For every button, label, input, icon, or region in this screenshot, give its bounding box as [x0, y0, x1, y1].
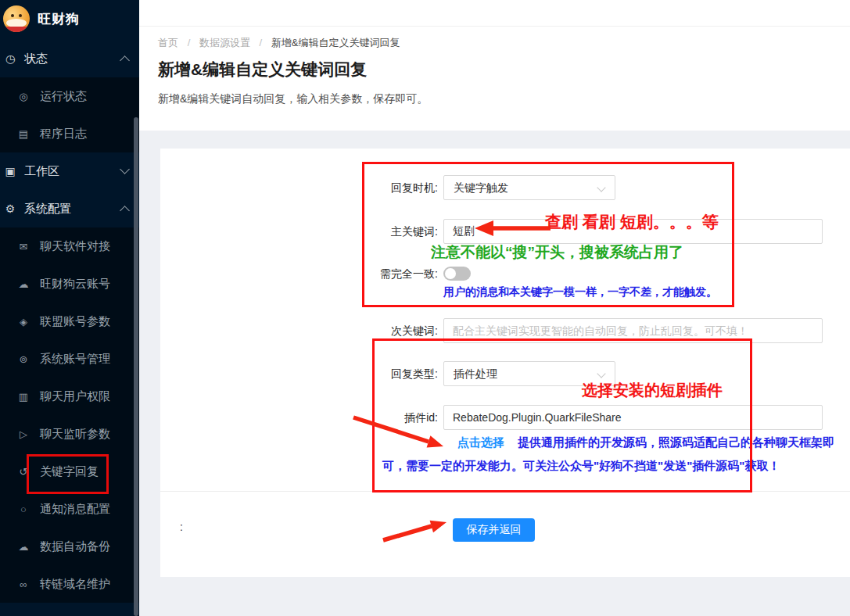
submenu-system-config: ✉ 聊天软件对接 ☁ 旺财狗云账号 ◈ 联盟账号参数 ⊚ 系统账号管理 ▥ 聊天… — [0, 227, 139, 603]
red-arrow-to-select-link-icon — [351, 415, 447, 451]
sidebar-item-notification-config[interactable]: ○ 通知消息配置 — [0, 490, 139, 528]
chevron-up-icon — [120, 56, 130, 66]
sidebar-item-chat-software-integration[interactable]: ✉ 聊天软件对接 — [0, 227, 139, 265]
app-logo: 旺财狗 — [0, 0, 139, 38]
sidebar-item-chat-listening-params[interactable]: ▷ 聊天监听参数 — [0, 415, 139, 453]
sidebar-item-label: 程序日志 — [40, 127, 87, 141]
cloud-download-icon: ☁ — [16, 278, 30, 290]
sidebar-item-data-auto-backup[interactable]: ☁ 数据自动备份 — [0, 528, 139, 565]
sidebar-item-status[interactable]: ◷ 状态 — [0, 40, 139, 77]
sidebar-item-label: 聊天监听参数 — [40, 427, 110, 442]
sidebar-item-label: 聊天用户权限 — [40, 389, 110, 404]
sidebar: 旺财狗 ◷ 状态 ◎ 运行状态 ▤ 程序日志 ▣ 工作区 ⚙ 系统配置 — [0, 0, 139, 616]
sidebar-item-label: 转链域名维护 — [40, 577, 110, 592]
robot-icon: ⊚ — [16, 353, 30, 365]
red-arrow-to-save-button-icon — [381, 514, 450, 543]
save-and-return-button[interactable]: 保存并返回 — [453, 518, 535, 542]
id-card-icon: ▥ — [16, 391, 30, 403]
breadcrumb-home[interactable]: 首页 — [158, 37, 178, 48]
annotation-box-keyword-reply — [27, 454, 109, 494]
sidebar-item-label: 系统账号管理 — [40, 352, 110, 367]
page-title: 新增&编辑自定义关键词回复 — [158, 59, 850, 81]
chevron-down-icon — [120, 164, 130, 174]
sidebar-item-label: 状态 — [24, 52, 121, 66]
sidebar-item-label: 联盟账号参数 — [40, 314, 110, 329]
chat-bubbles-icon: ✉ — [16, 241, 30, 252]
send-icon: ▷ — [16, 428, 30, 440]
monitor-icon: ▣ — [3, 165, 17, 177]
sidebar-item-run-status[interactable]: ◎ 运行状态 — [0, 77, 139, 115]
sidebar-item-system-account-management[interactable]: ⊚ 系统账号管理 — [0, 340, 139, 378]
dog-eyes — [11, 14, 14, 17]
footer-colon-label: : — [180, 514, 183, 539]
clock-icon: ◷ — [3, 52, 17, 65]
sidebar-item-workspace[interactable]: ▣ 工作区 — [0, 152, 139, 190]
page-subtitle: 新增&编辑关键词自动回复，输入相关参数，保存即可。 — [158, 92, 850, 106]
bell-icon: ○ — [16, 503, 30, 515]
check-circle-icon: ◎ — [16, 91, 30, 102]
breadcrumb-current: 新增&编辑自定义关键词回复 — [271, 37, 400, 48]
sidebar-item-label: 聊天软件对接 — [40, 239, 110, 254]
sidebar-item-system-config[interactable]: ⚙ 系统配置 — [0, 190, 139, 227]
chevron-up-icon — [120, 206, 130, 216]
breadcrumb-separator: / — [260, 37, 263, 48]
app-title: 旺财狗 — [38, 10, 80, 28]
page-header: 首页 / 数据源设置 / 新增&编辑自定义关键词回复 新增&编辑自定义关键词回复… — [139, 27, 850, 131]
submenu-status: ◎ 运行状态 ▤ 程序日志 — [0, 77, 139, 152]
breadcrumb: 首页 / 数据源设置 / 新增&编辑自定义关键词回复 — [139, 27, 850, 50]
sidebar-item-program-logs[interactable]: ▤ 程序日志 — [0, 115, 139, 152]
cloud-backup-icon: ☁ — [16, 541, 30, 553]
sidebar-item-alliance-account-params[interactable]: ◈ 联盟账号参数 — [0, 303, 139, 340]
sidebar-item-label: 运行状态 — [40, 89, 87, 104]
sidebar-item-link-domain-maintenance[interactable]: ∞ 转链域名维护 — [0, 565, 139, 603]
sidebar-item-label: 系统配置 — [24, 202, 121, 217]
sidebar-item-label: 数据自动备份 — [40, 539, 110, 554]
red-arrow-left-icon — [473, 220, 553, 237]
file-icon: ▤ — [16, 128, 30, 140]
sidebar-item-chat-user-permissions[interactable]: ▥ 聊天用户权限 — [0, 378, 139, 415]
sidebar-item-label: 工作区 — [24, 164, 121, 179]
gear-icon: ⚙ — [3, 202, 17, 215]
sidebar-scrollbar-thumb[interactable] — [134, 117, 138, 616]
sidebar-item-label: 通知消息配置 — [40, 502, 110, 517]
logo-dog-icon — [3, 5, 30, 32]
sidebar-item-wangcaigou-cloud-account[interactable]: ☁ 旺财狗云账号 — [0, 265, 139, 303]
link-icon: ∞ — [16, 578, 30, 590]
sidebar-nav: ◷ 状态 ◎ 运行状态 ▤ 程序日志 ▣ 工作区 ⚙ 系统配置 ✉ — [0, 40, 139, 603]
keyword-examples-note: 查剧 看剧 短剧。。。等 — [545, 211, 719, 233]
breadcrumb-datasource-settings[interactable]: 数据源设置 — [199, 37, 250, 48]
taobao-icon: ◈ — [16, 316, 30, 328]
top-header-bar — [139, 0, 850, 27]
sidebar-item-label: 旺财狗云账号 — [40, 277, 110, 292]
breadcrumb-separator: / — [188, 37, 191, 48]
